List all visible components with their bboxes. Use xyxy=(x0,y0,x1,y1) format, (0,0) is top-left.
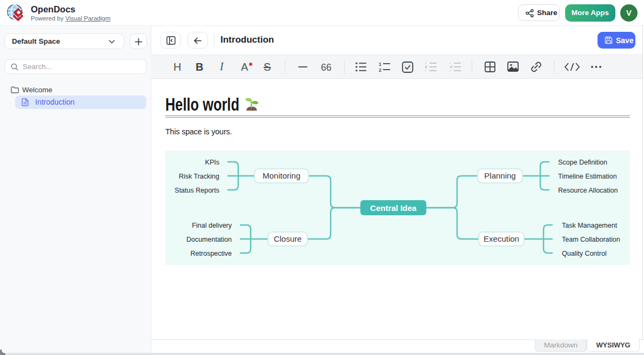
svg-text:Documentation: Documentation xyxy=(186,236,232,243)
svg-text:Central Idea: Central Idea xyxy=(370,203,417,213)
svg-text:Risk Tracking: Risk Tracking xyxy=(179,173,219,180)
svg-text:Retrospective: Retrospective xyxy=(191,250,232,257)
svg-text:Execution: Execution xyxy=(484,234,519,243)
svg-text:Closure: Closure xyxy=(274,234,302,243)
svg-text:Status Reports: Status Reports xyxy=(175,187,219,194)
svg-text:Task Management: Task Management xyxy=(562,222,618,229)
svg-text:Final delivery: Final delivery xyxy=(192,222,232,229)
svg-text:1: 1 xyxy=(379,62,381,67)
svg-text:Scope Definition: Scope Definition xyxy=(558,159,607,166)
svg-text:Resource Allocation: Resource Allocation xyxy=(558,187,618,194)
svg-text:Timeline Estimation: Timeline Estimation xyxy=(558,173,617,180)
svg-text:Team Collaboration: Team Collaboration xyxy=(562,236,620,243)
svg-text:2: 2 xyxy=(379,67,381,72)
svg-text:Planning: Planning xyxy=(484,171,515,180)
svg-text:KPIs: KPIs xyxy=(205,159,219,166)
svg-text:Quality Control: Quality Control xyxy=(562,250,607,257)
svg-text:Monitoring: Monitoring xyxy=(263,171,300,180)
